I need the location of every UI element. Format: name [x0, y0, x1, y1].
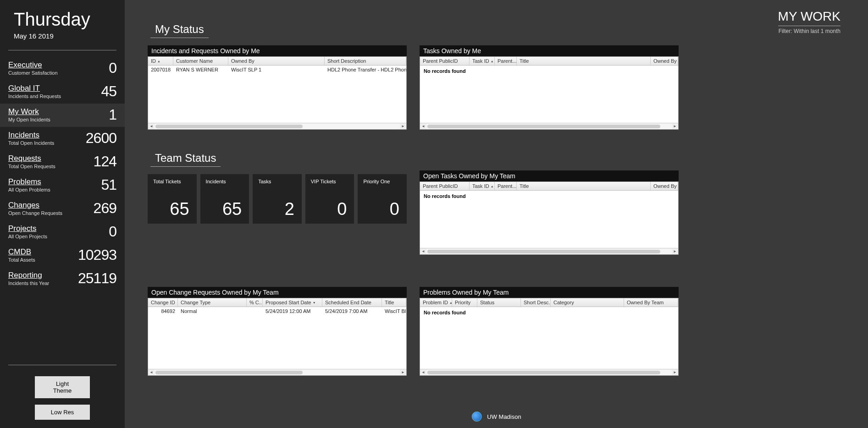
scroll-left-icon[interactable]: ◄: [420, 248, 426, 255]
section-team-status: Team Status: [150, 152, 221, 167]
nav-global-it[interactable]: Global ITIncidents and Requests 45: [0, 80, 125, 104]
col-customer[interactable]: Customer Name: [173, 57, 228, 65]
nav-incidents[interactable]: IncidentsTotal Open Incidents 2600: [0, 127, 125, 150]
stat-vip[interactable]: VIP Tickets0: [305, 174, 354, 224]
col-id[interactable]: ID▲: [148, 57, 173, 65]
col-pstart[interactable]: Proposed Start Date▼: [263, 298, 322, 307]
grid[interactable]: Parent PublicID Task ID▲ Parent... Title…: [420, 56, 679, 130]
low-res-button[interactable]: Low Res: [35, 405, 90, 420]
scroll-left-icon[interactable]: ◄: [148, 369, 155, 376]
nav-count: 25119: [78, 270, 116, 287]
col-title[interactable]: Title: [517, 182, 651, 190]
date-label: May 16 2019: [0, 32, 125, 50]
page-header: MY WORK Filter: Within last 1 month: [778, 9, 840, 34]
nav-title: My Work: [8, 107, 50, 116]
nav-title: Global IT: [8, 84, 61, 93]
stats-row: Total Tickets65 Incidents65 Tasks2 VIP T…: [148, 174, 407, 224]
nav-count: 269: [94, 200, 116, 217]
scroll-thumb[interactable]: [155, 371, 303, 374]
scroll-thumb[interactable]: [427, 371, 660, 374]
col-ctype[interactable]: Change Type: [178, 298, 247, 307]
cell-cust: RYAN S WERNER: [173, 66, 228, 74]
h-scrollbar[interactable]: ◄►: [420, 369, 678, 375]
col-status[interactable]: Status: [477, 298, 521, 307]
col-cid[interactable]: Change ID: [148, 298, 178, 307]
scroll-right-icon[interactable]: ►: [672, 123, 678, 130]
nav-sub: Total Assets: [8, 257, 35, 263]
scroll-thumb[interactable]: [427, 125, 660, 128]
scroll-thumb[interactable]: [427, 250, 660, 253]
scroll-right-icon[interactable]: ►: [400, 123, 406, 130]
scroll-left-icon[interactable]: ◄: [420, 369, 426, 376]
col-pid[interactable]: Problem ID▲: [420, 298, 452, 307]
nav-problems[interactable]: ProblemsAll Open Problems 51: [0, 174, 125, 197]
grid[interactable]: Change ID Change Type % C... Proposed St…: [148, 298, 407, 376]
nav-changes[interactable]: ChangesOpen Change Requests 269: [0, 197, 125, 220]
col-title[interactable]: Title: [517, 57, 651, 65]
stat-label: Priority One: [363, 179, 401, 184]
h-scrollbar[interactable]: ◄►: [148, 123, 406, 129]
nav-projects[interactable]: ProjectsAll Open Projects 0: [0, 220, 125, 244]
no-records: No records found: [420, 307, 678, 318]
col-parent[interactable]: Parent...: [495, 182, 517, 190]
col-pc[interactable]: % C...: [247, 298, 263, 307]
nav-title: Requests: [8, 154, 55, 163]
col-parent[interactable]: Parent...: [495, 57, 517, 65]
table-row[interactable]: 84692 Normal 5/24/2019 12:00 AM 5/24/201…: [148, 307, 406, 315]
nav-cmdb[interactable]: CMDBTotal Assets 10293: [0, 244, 125, 267]
light-theme-button[interactable]: Light Theme: [35, 376, 90, 398]
col-tid[interactable]: Task ID▲: [470, 182, 495, 190]
cell-title: WiscIT Blu: [382, 307, 406, 315]
section-my-status: My Status: [150, 23, 209, 38]
nav-count: 0: [109, 223, 116, 240]
nav-sub: All Open Projects: [8, 234, 47, 239]
scroll-right-icon[interactable]: ►: [672, 369, 678, 376]
nav-my-work[interactable]: My WorkMy Open Incidents 1: [0, 104, 125, 127]
grid[interactable]: Parent PublicID Task ID▲ Parent... Title…: [420, 181, 679, 255]
h-scrollbar[interactable]: ◄►: [420, 123, 678, 129]
stat-priority-one[interactable]: Priority One0: [358, 174, 407, 224]
day-label: Thursday: [0, 9, 125, 32]
col-ppid[interactable]: Parent PublicID: [420, 182, 470, 190]
nav-sub: All Open Problems: [8, 187, 50, 192]
col-cat[interactable]: Category: [551, 298, 624, 307]
scroll-left-icon[interactable]: ◄: [148, 123, 155, 130]
stat-tasks[interactable]: Tasks2: [253, 174, 302, 224]
cell-cid: 84692: [148, 307, 178, 315]
grid[interactable]: ID▲ Customer Name Owned By Short Descrip…: [148, 56, 407, 130]
divider: [8, 365, 116, 365]
scroll-thumb[interactable]: [155, 125, 303, 128]
col-title[interactable]: Title: [382, 298, 406, 307]
scroll-left-icon[interactable]: ◄: [420, 123, 426, 130]
col-prio[interactable]: Priority: [452, 298, 477, 307]
col-ppid[interactable]: Parent PublicID: [420, 57, 470, 65]
col-owned[interactable]: Owned By: [651, 57, 678, 65]
nav-title: Projects: [8, 224, 47, 233]
h-scrollbar[interactable]: ◄►: [148, 369, 406, 375]
nav-count: 1: [109, 106, 116, 123]
col-sdesc[interactable]: Short Desc...: [521, 298, 551, 307]
scroll-right-icon[interactable]: ►: [672, 248, 678, 255]
table-row[interactable]: 2007018 RYAN S WERNER WiscIT SLP 1 HDL2 …: [148, 66, 406, 74]
stat-total-tickets[interactable]: Total Tickets65: [148, 174, 197, 224]
sort-asc-icon: ▲: [491, 185, 494, 188]
col-send[interactable]: Scheduled End Date: [322, 298, 382, 307]
col-tid[interactable]: Task ID▲: [470, 57, 495, 65]
nav-sub: Incidents this Year: [8, 280, 49, 286]
col-owned[interactable]: Owned By: [651, 182, 678, 190]
scroll-right-icon[interactable]: ►: [400, 369, 406, 376]
nav-title: Changes: [8, 201, 62, 210]
col-shortdesc[interactable]: Short Description: [325, 57, 406, 65]
col-owned[interactable]: Owned By Team: [624, 298, 678, 307]
nav-requests[interactable]: RequestsTotal Open Requests 124: [0, 150, 125, 174]
nav-reporting[interactable]: ReportingIncidents this Year 25119: [0, 267, 125, 291]
grid[interactable]: Problem ID▲ Priority Status Short Desc..…: [420, 298, 679, 376]
nav-sub: Total Open Incidents: [8, 140, 54, 146]
nav-title: CMDB: [8, 247, 35, 257]
nav-executive[interactable]: ExecutiveCustomer Satisfaction 0: [0, 57, 125, 80]
col-ownedby[interactable]: Owned By: [228, 57, 325, 65]
panel-open-tasks-team: Open Tasks Owned by My Team Parent Publi…: [420, 170, 679, 255]
h-scrollbar[interactable]: ◄►: [420, 248, 678, 254]
cell-pstart: 5/24/2019 12:00 AM: [263, 307, 322, 315]
stat-incidents[interactable]: Incidents65: [200, 174, 249, 224]
